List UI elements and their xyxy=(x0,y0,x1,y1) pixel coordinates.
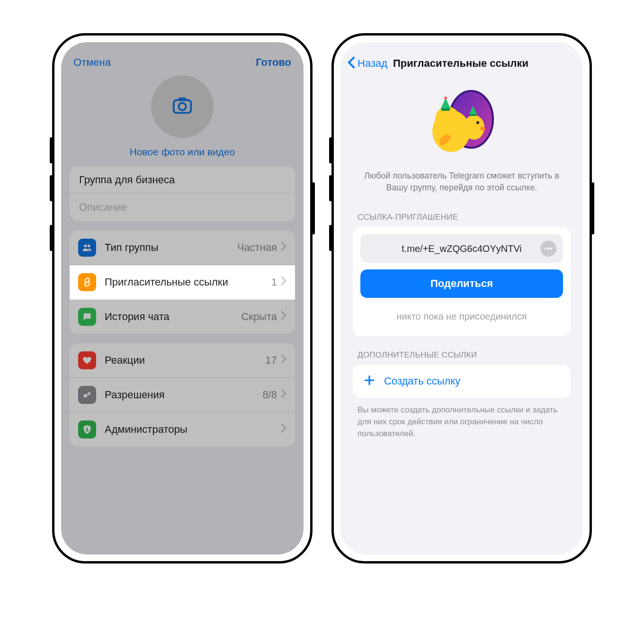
page-title: Пригласительные ссылки xyxy=(393,57,528,70)
name-desc-block xyxy=(70,166,295,221)
svg-point-8 xyxy=(476,121,479,124)
svg-point-5 xyxy=(86,428,88,429)
chevron-right-icon xyxy=(281,311,286,323)
settings-block-1: Тип группы Частная Пригласительные ссылк… xyxy=(70,231,295,334)
invite-link-field[interactable]: t.me/+E_wZQG6c4OYyNTVi xyxy=(360,234,563,263)
svg-point-4 xyxy=(84,394,87,397)
navbar: Назад Пригласительные ссылки xyxy=(340,42,583,76)
group-desc-input-row[interactable] xyxy=(70,194,295,221)
row-group-type[interactable]: Тип группы Частная xyxy=(70,231,295,265)
group-desc-input[interactable] xyxy=(79,194,286,221)
create-link-label: Создать ссылку xyxy=(384,375,460,387)
screen-edit-group: Отмена Готово Новое фото или видео xyxy=(61,42,304,555)
back-button[interactable]: Назад xyxy=(358,57,387,70)
row-reactions[interactable]: Реакции 17 xyxy=(70,343,295,378)
svg-point-2 xyxy=(84,244,87,247)
phone-right: Назад Пригласительные ссылки xyxy=(331,33,592,564)
chevron-right-icon xyxy=(281,354,286,367)
screen-invite-links: Назад Пригласительные ссылки xyxy=(340,42,583,555)
group-name-input-row[interactable] xyxy=(70,166,295,194)
svg-point-3 xyxy=(88,244,90,247)
row-label: Пригласительные ссылки xyxy=(105,276,271,288)
section-header-extra: ДОПОЛНИТЕЛЬНЫЕ ССЫЛКИ xyxy=(340,336,583,365)
settings-block-2: Реакции 17 Разрешения 8/8 xyxy=(70,343,295,447)
cancel-button[interactable]: Отмена xyxy=(73,56,111,69)
plus-icon xyxy=(363,374,376,388)
phone-left: Отмена Готово Новое фото или видео xyxy=(52,33,313,564)
hero-section: Любой пользователь Telegram сможет вступ… xyxy=(340,76,583,198)
invite-link-text: t.me/+E_wZQG6c4OYyNTVi xyxy=(402,243,522,254)
duck-mirror-icon xyxy=(424,84,500,160)
chevron-right-icon xyxy=(281,423,286,436)
done-button[interactable]: Готово xyxy=(256,56,291,69)
chevron-left-icon[interactable] xyxy=(347,56,356,71)
share-button[interactable]: Поделиться xyxy=(360,269,563,298)
row-value: 17 xyxy=(266,354,277,367)
group-name-input[interactable] xyxy=(79,166,286,193)
heart-icon xyxy=(78,351,96,369)
create-link-button[interactable]: Создать ссылку xyxy=(353,365,571,398)
row-value: 1 xyxy=(271,276,277,288)
row-label: Разрешения xyxy=(105,389,262,401)
svg-point-14 xyxy=(550,248,552,250)
svg-point-1 xyxy=(179,103,186,110)
row-admins[interactable]: Администраторы xyxy=(70,412,295,447)
row-label: Администраторы xyxy=(105,423,281,436)
more-options-button[interactable] xyxy=(540,241,556,257)
chevron-right-icon xyxy=(281,389,286,401)
row-permissions[interactable]: Разрешения 8/8 xyxy=(70,378,295,412)
key-icon xyxy=(78,386,96,404)
section-header-invite: ССЫЛКА-ПРИГЛАШЕНИЕ xyxy=(340,198,583,227)
badge-icon xyxy=(78,420,96,438)
svg-point-11 xyxy=(444,97,447,99)
nobody-joined-text: никто пока не присоединился xyxy=(360,306,563,329)
chevron-right-icon xyxy=(281,276,286,288)
row-label: История чата xyxy=(105,311,241,323)
navbar: Отмена Готово xyxy=(61,42,304,73)
svg-point-13 xyxy=(547,248,549,250)
link-icon xyxy=(78,273,96,291)
camera-icon xyxy=(171,95,193,118)
row-value: Скрыта xyxy=(241,311,277,323)
row-chat-history[interactable]: История чата Скрыта xyxy=(70,300,295,334)
svg-point-12 xyxy=(545,248,546,250)
row-value: 8/8 xyxy=(262,389,277,401)
avatar-placeholder[interactable] xyxy=(151,75,214,138)
hero-caption: Любой пользователь Telegram сможет вступ… xyxy=(340,170,583,194)
group-icon xyxy=(78,239,96,257)
avatar-section: Новое фото или видео xyxy=(61,73,304,166)
row-label: Тип группы xyxy=(105,242,237,254)
chat-icon xyxy=(78,308,96,326)
chevron-right-icon xyxy=(281,242,286,254)
row-value: Частная xyxy=(237,242,277,254)
invite-link-card: t.me/+E_wZQG6c4OYyNTVi Поделиться никто … xyxy=(353,227,571,336)
row-invite-links[interactable]: Пригласительные ссылки 1 xyxy=(70,265,295,300)
new-photo-button[interactable]: Новое фото или видео xyxy=(61,146,304,158)
footer-note: Вы можете создать дополнительные ссылки … xyxy=(340,398,583,439)
row-label: Реакции xyxy=(105,354,266,367)
